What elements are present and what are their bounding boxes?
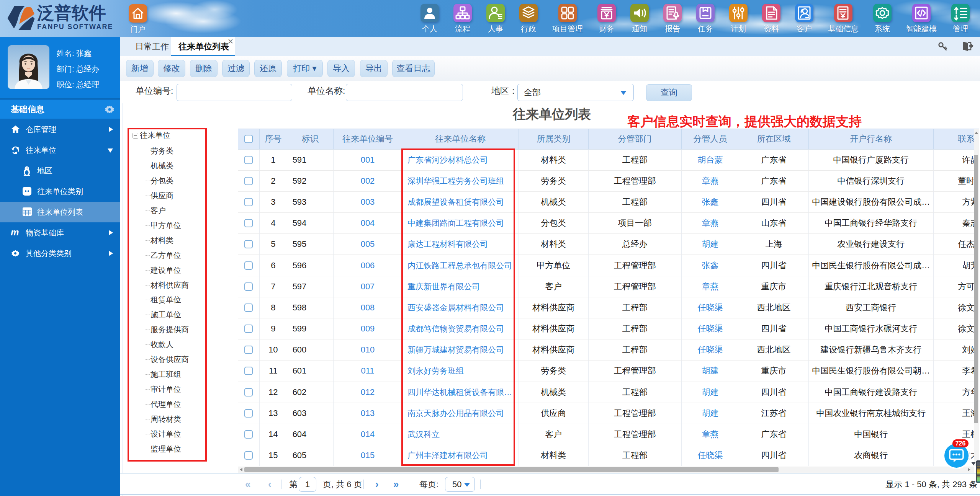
- svg-text:m: m: [11, 228, 19, 237]
